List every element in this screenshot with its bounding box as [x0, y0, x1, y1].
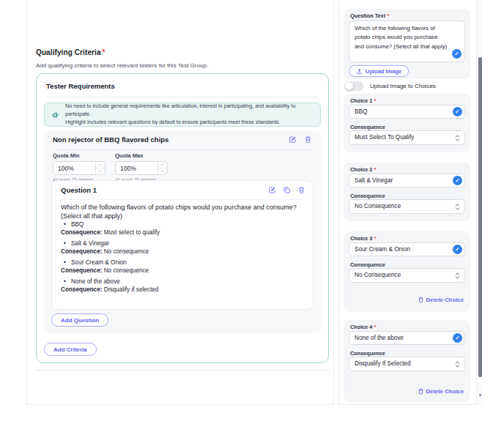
list-item: •None of the above Consequence: Disquali… — [61, 278, 304, 293]
qualifying-criteria-panel: Qualifying Criteria* Add qualifying crit… — [26, 0, 334, 405]
criteria-title: Non rejector of BBQ flavored chips — [53, 135, 168, 144]
select-stepper-icon — [455, 272, 460, 280]
choice-input[interactable]: None of the above✓ — [349, 331, 465, 345]
tester-requirements-card: Tester Requirements No need to include g… — [36, 73, 329, 363]
toggle-knob — [345, 82, 353, 90]
valid-check-icon: ✓ — [453, 333, 462, 343]
quota-max-label: Quota Max — [115, 152, 178, 159]
duplicate-question-icon[interactable] — [283, 186, 291, 194]
app-canvas: Qualifying Criteria* Add qualifying crit… — [0, 0, 504, 424]
delete-criteria-icon[interactable] — [304, 135, 312, 144]
required-asterisk: * — [374, 235, 376, 242]
bullet-icon: • — [64, 240, 66, 247]
divider — [53, 149, 312, 150]
list-item: •Sour Cream & Onion Consequence: No cons… — [61, 259, 304, 274]
quota-max-input[interactable]: 100% ˄˅ — [115, 161, 168, 175]
choice-label: Choice 2* — [350, 166, 376, 173]
choice-input[interactable]: Salt & Vinegar✓ — [349, 174, 465, 187]
upload-image-to-choices-toggle[interactable] — [344, 81, 363, 91]
choice-card-2: Choice 2* Salt & Vinegar✓ Consequence No… — [344, 163, 470, 221]
quota-max-stepper[interactable]: ˄˅ — [158, 162, 167, 174]
consequence-label: Consequence — [350, 261, 385, 268]
quota-min-input[interactable]: 100% ˄˅ — [53, 161, 105, 175]
trash-icon — [418, 297, 424, 303]
choice-label: Choice 1* — [350, 97, 376, 104]
choice-card-3: Choice 3* Sour Cream & Onion✓ Consequenc… — [344, 231, 470, 312]
choice-card-1: Choice 1* BBQ✓ Consequence Must Select T… — [344, 94, 470, 152]
choice-card-4: Choice 4* None of the above✓ Consequence… — [344, 320, 470, 402]
megaphone-icon — [51, 111, 60, 119]
trash-icon — [418, 388, 424, 395]
select-stepper-icon — [455, 360, 460, 368]
question-text-label: Question Text* — [350, 12, 389, 19]
required-asterisk: * — [374, 97, 376, 104]
add-question-button[interactable]: Add Question — [51, 313, 108, 327]
valid-check-icon: ✓ — [453, 107, 462, 116]
info-callout-text: No need to include general requirements … — [65, 103, 314, 126]
page-subtitle: Add qualifying criteria to select releva… — [36, 62, 208, 69]
divider — [61, 199, 304, 200]
scroll-down-arrow-icon[interactable]: ▼ — [477, 393, 483, 398]
valid-check-icon: ✓ — [452, 49, 462, 59]
valid-check-icon: ✓ — [453, 245, 462, 254]
consequence-label: Consequence — [350, 124, 385, 130]
consequence-select[interactable]: Must Select To Qualify — [349, 130, 465, 145]
required-asterisk: * — [374, 166, 376, 173]
bullet-icon: • — [64, 278, 66, 285]
list-item: •BBQ Consequence: Must select to qualify — [61, 221, 304, 236]
divider — [46, 97, 319, 97]
upload-icon — [356, 68, 363, 75]
delete-question-icon[interactable] — [297, 186, 305, 194]
edit-question-icon[interactable] — [268, 186, 276, 194]
choice-input[interactable]: Sour Cream & Onion✓ — [349, 242, 465, 256]
valid-check-icon: ✓ — [453, 176, 462, 185]
tester-requirements-title: Tester Requirements — [46, 82, 115, 90]
question-text-card: Question Text* Which of the following fl… — [344, 9, 470, 79]
page-title: Qualifying Criteria* — [36, 48, 105, 56]
consequence-select[interactable]: No Consequence — [349, 268, 465, 283]
list-item: •Salt & Vinegar Consequence: No conseque… — [61, 240, 304, 255]
choice-label: Choice 3* — [350, 235, 376, 242]
criteria-card: Non rejector of BBQ flavored chips Quota… — [44, 131, 321, 332]
question-text-input[interactable]: Which of the following flavors of potato… — [349, 21, 465, 62]
quota-min-stepper[interactable]: ˄˅ — [95, 162, 105, 174]
consequence-select[interactable]: No Consequence — [349, 199, 465, 214]
consequence-select[interactable]: Disqualify If Selected — [349, 357, 465, 371]
required-asterisk: * — [103, 48, 105, 56]
bullet-icon: • — [64, 259, 66, 266]
delete-choice-button[interactable]: Delete Choice — [418, 297, 464, 303]
required-asterisk: * — [387, 12, 389, 19]
info-callout: No need to include general requirements … — [44, 103, 321, 127]
select-stepper-icon — [455, 203, 460, 211]
choice-input[interactable]: BBQ✓ — [349, 105, 465, 119]
quota-min-label: Quota Min — [53, 152, 116, 159]
choice-label: Choice 4* — [350, 324, 376, 330]
scrollbar-thumb[interactable] — [478, 57, 482, 377]
edit-criteria-icon[interactable] — [289, 135, 297, 144]
required-asterisk: * — [374, 324, 376, 330]
delete-choice-button[interactable]: Delete Choice — [418, 388, 464, 395]
choice-summary-list: •BBQ Consequence: Must select to qualify… — [61, 221, 304, 297]
question-text-summary: Which of the following flavors of potato… — [61, 203, 304, 220]
upload-image-to-choices-row: Upload Image to Choices — [344, 81, 436, 91]
divider — [36, 370, 330, 371]
toggle-label: Upload Image to Choices — [370, 83, 436, 89]
consequence-label: Consequence — [350, 193, 385, 199]
select-stepper-icon — [455, 134, 460, 142]
question-editor-panel: Question Text* Which of the following fl… — [338, 0, 482, 405]
add-criteria-button[interactable]: Add Criteria — [44, 343, 97, 356]
question-summary-card: Question 1 Which of the following — [51, 180, 314, 310]
upload-image-button[interactable]: Upload Image — [349, 65, 409, 77]
scrollbar-track[interactable]: ▼ — [476, 0, 483, 405]
bullet-icon: • — [64, 221, 66, 228]
question-title: Question 1 — [61, 186, 97, 194]
consequence-label: Consequence — [350, 350, 385, 357]
